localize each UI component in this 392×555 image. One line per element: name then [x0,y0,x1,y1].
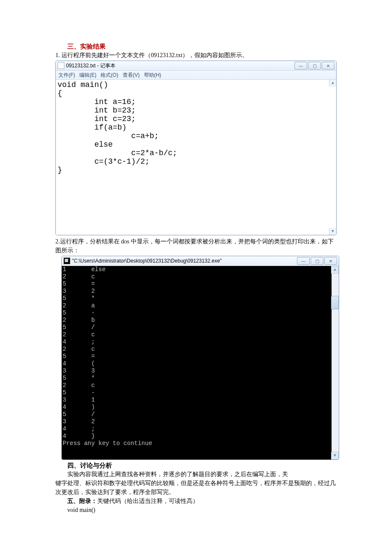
paragraph-4a: 实验内容我通过上网查找各种资料，并逐步的了解题目的要求，之后在编写上面，关 [55,470,337,479]
minimize-button[interactable]: — [297,257,310,265]
close-button[interactable]: ✕ [324,257,337,265]
scroll-up-icon[interactable]: ▲ [329,80,336,87]
paragraph-4b: 键字处理、标识符和数字处理代码写的比较顺，但是还是在各种符号上面吃亏，程序并不是… [55,479,337,497]
menu-edit[interactable]: 编辑(E) [79,72,96,79]
notepad-menubar: 文件(F) 编辑(E) 格式(O) 查看(V) 帮助(H) [56,71,336,80]
paragraph-2: 2.运行程序，分析结果在 dos 中显示，每一个词都按要求被分析出来，并把每个词… [55,237,337,255]
notepad-icon [58,62,64,69]
console-window: "C:\Users\Administrator\Desktop\09123132… [61,256,339,460]
notepad-window: 09123132.txt - 记事本 — ▢ ✕ 文件(F) 编辑(E) 格式(… [55,61,337,235]
maximize-button[interactable]: ▢ [311,257,323,265]
scroll-down-icon[interactable]: ▼ [331,452,339,460]
close-button[interactable]: ✕ [322,62,334,69]
menu-format[interactable]: 格式(O) [101,72,118,79]
scroll-thumb[interactable] [331,296,339,309]
notepad-title: 09123132.txt - 记事本 [66,62,294,69]
notepad-content[interactable]: void main() { int a=16; int b=23; int c=… [56,80,336,235]
section-5-line: 五、附录：关键代码（给出适当注释，可读性高） [55,497,337,506]
console-icon [63,257,70,264]
section-5-rest: 关键代码（给出适当注释，可读性高） [97,498,199,504]
notepad-titlebar: 09123132.txt - 记事本 — ▢ ✕ [56,61,336,71]
menu-view[interactable]: 查看(V) [123,72,140,79]
minimize-button[interactable]: — [294,62,307,69]
console-title: "C:\Users\Administrator\Desktop\09123132… [72,258,297,264]
section-4-heading: 四、讨论与分析 [67,462,337,470]
console-output: 1 else 2 c 5 = 3 2 5 * 2 a 5 - 2 b 5 / 2… [62,266,339,460]
section-3-heading: 三、实验结果 [67,43,337,51]
console-scrollbar[interactable] [331,266,339,460]
paragraph-1: 1. 运行程序前先建好一个文本文件（09123132.txt），假如内容如图所示… [55,51,337,60]
scroll-up-icon[interactable]: ▲ [331,266,339,274]
menu-file[interactable]: 文件(F) [58,72,75,79]
console-titlebar: "C:\Users\Administrator\Desktop\09123132… [62,256,339,266]
section-5-prefix: 五、附录： [67,498,97,504]
scroll-down-icon[interactable]: ▼ [329,228,336,235]
menu-help[interactable]: 帮助(H) [144,72,161,79]
maximize-button[interactable]: ▢ [308,62,321,69]
appendix-code-line: void main() [55,506,337,515]
